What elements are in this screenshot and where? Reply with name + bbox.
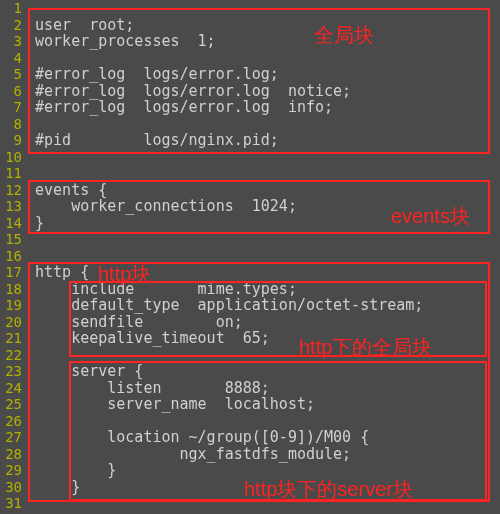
line-number: 18 bbox=[0, 281, 26, 297]
line-number: 2 bbox=[0, 17, 26, 33]
line-number: 29 bbox=[0, 462, 26, 478]
line-number: 31 bbox=[0, 495, 26, 511]
line-text: worker_connections 1024; bbox=[26, 197, 500, 215]
line-number: 15 bbox=[0, 231, 26, 247]
code-line: 15 bbox=[0, 231, 500, 248]
code-line: 28 ngx_fastdfs_module; bbox=[0, 446, 500, 463]
line-text: default_type application/octet-stream; bbox=[26, 296, 500, 314]
code-line: 24 listen 8888; bbox=[0, 380, 500, 397]
line-text: server { bbox=[26, 362, 500, 380]
line-number: 6 bbox=[0, 83, 26, 99]
line-text: location ~/group([0-9])/M00 { bbox=[26, 428, 500, 446]
code-line: 30 } bbox=[0, 479, 500, 496]
line-number: 22 bbox=[0, 347, 26, 363]
line-number: 28 bbox=[0, 446, 26, 462]
line-text: ngx_fastdfs_module; bbox=[26, 445, 500, 463]
line-text: } bbox=[26, 461, 500, 479]
code-line: 8 bbox=[0, 116, 500, 133]
code-line: 22 bbox=[0, 347, 500, 364]
line-number: 7 bbox=[0, 99, 26, 115]
line-text: events { bbox=[26, 181, 500, 199]
code-line: 2 user root; bbox=[0, 17, 500, 34]
code-line: 5 #error_log logs/error.log; bbox=[0, 66, 500, 83]
code-editor: 12 user root;3 worker_processes 1;45 #er… bbox=[0, 0, 500, 514]
line-number: 16 bbox=[0, 248, 26, 264]
line-number: 5 bbox=[0, 66, 26, 82]
line-number: 4 bbox=[0, 50, 26, 66]
line-number: 8 bbox=[0, 116, 26, 132]
code-line: 1 bbox=[0, 0, 500, 17]
line-number: 20 bbox=[0, 314, 26, 330]
line-text: #error_log logs/error.log notice; bbox=[26, 82, 500, 100]
code-line: 3 worker_processes 1; bbox=[0, 33, 500, 50]
code-line: 20 sendfile on; bbox=[0, 314, 500, 331]
line-text: #pid logs/nginx.pid; bbox=[26, 131, 500, 149]
line-number: 3 bbox=[0, 33, 26, 49]
code-line: 12 events { bbox=[0, 182, 500, 199]
code-line: 27 location ~/group([0-9])/M00 { bbox=[0, 429, 500, 446]
line-text: server_name localhost; bbox=[26, 395, 500, 413]
line-number: 19 bbox=[0, 297, 26, 313]
code-line: 7 #error_log logs/error.log info; bbox=[0, 99, 500, 116]
line-number: 24 bbox=[0, 380, 26, 396]
code-line: 11 bbox=[0, 165, 500, 182]
line-number: 27 bbox=[0, 429, 26, 445]
line-number: 11 bbox=[0, 165, 26, 181]
code-line: 10 bbox=[0, 149, 500, 166]
line-text: worker_processes 1; bbox=[26, 32, 500, 50]
line-number: 26 bbox=[0, 413, 26, 429]
code-lines: 12 user root;3 worker_processes 1;45 #er… bbox=[0, 0, 500, 512]
line-text: user root; bbox=[26, 16, 500, 34]
line-number: 9 bbox=[0, 132, 26, 148]
line-text: #error_log logs/error.log; bbox=[26, 65, 500, 83]
code-line: 31 bbox=[0, 495, 500, 512]
line-number: 14 bbox=[0, 215, 26, 231]
code-line: 17 http { bbox=[0, 264, 500, 281]
code-line: 29 } bbox=[0, 462, 500, 479]
line-text: keepalive_timeout 65; bbox=[26, 329, 500, 347]
code-line: 21 keepalive_timeout 65; bbox=[0, 330, 500, 347]
line-text: } bbox=[26, 214, 500, 232]
code-line: 26 bbox=[0, 413, 500, 430]
line-number: 25 bbox=[0, 396, 26, 412]
code-line: 13 worker_connections 1024; bbox=[0, 198, 500, 215]
code-line: 25 server_name localhost; bbox=[0, 396, 500, 413]
code-line: 6 #error_log logs/error.log notice; bbox=[0, 83, 500, 100]
line-number: 13 bbox=[0, 198, 26, 214]
line-text: http { bbox=[26, 263, 500, 281]
line-number: 23 bbox=[0, 363, 26, 379]
line-text: sendfile on; bbox=[26, 313, 500, 331]
line-number: 30 bbox=[0, 479, 26, 495]
line-number: 21 bbox=[0, 330, 26, 346]
line-number: 10 bbox=[0, 149, 26, 165]
code-line: 19 default_type application/octet-stream… bbox=[0, 297, 500, 314]
code-line: 14 } bbox=[0, 215, 500, 232]
code-line: 16 bbox=[0, 248, 500, 265]
line-text: listen 8888; bbox=[26, 379, 500, 397]
code-line: 4 bbox=[0, 50, 500, 67]
line-number: 1 bbox=[0, 0, 26, 16]
line-text: include mime.types; bbox=[26, 280, 500, 298]
line-number: 17 bbox=[0, 264, 26, 280]
code-line: 9 #pid logs/nginx.pid; bbox=[0, 132, 500, 149]
code-line: 23 server { bbox=[0, 363, 500, 380]
line-number: 12 bbox=[0, 182, 26, 198]
code-line: 18 include mime.types; bbox=[0, 281, 500, 298]
line-text: } bbox=[26, 478, 500, 496]
line-text: #error_log logs/error.log info; bbox=[26, 98, 500, 116]
